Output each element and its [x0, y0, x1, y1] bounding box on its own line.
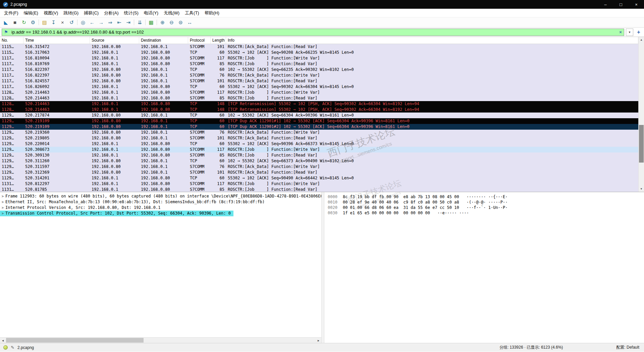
go-back-icon[interactable]: ←	[88, 18, 97, 27]
scrollbar-thumb[interactable]	[639, 125, 644, 163]
menu-item[interactable]: 电话(Y)	[141, 9, 161, 17]
filter-dropdown-icon[interactable]: ▾	[626, 29, 633, 36]
packet-row[interactable]: 1129…520.219360192.168.0.80192.168.0.1S7…	[0, 130, 638, 135]
packet-row[interactable]: 1131…520.81785192.168.0.1192.168.0.80S7C…	[0, 187, 638, 192]
expand-arrow-icon[interactable]: >	[0, 211, 5, 216]
autoscroll-icon[interactable]: ⇊	[135, 18, 144, 27]
colorize-icon[interactable]: ▦	[147, 18, 156, 27]
packet-row[interactable]: 1128…520.214463192.168.0.1192.168.0.80TC…	[0, 101, 638, 107]
menu-item[interactable]: 视图(V)	[41, 9, 61, 17]
packet-row[interactable]: 1129…520.219805192.168.0.80192.168.0.1S7…	[0, 135, 638, 141]
packet-row[interactable]: 1117…516.810094192.168.0.1192.168.0.80S7…	[0, 55, 638, 61]
menu-item[interactable]: 捕获(C)	[81, 9, 101, 17]
column-header-source[interactable]: Source	[90, 37, 139, 44]
go-forward-icon[interactable]: →	[97, 18, 106, 27]
packet-row[interactable]: 1129…520.219109192.168.0.80192.168.0.1TC…	[0, 118, 638, 124]
column-header-destination[interactable]: Destination	[139, 37, 188, 44]
packet-row[interactable]: 1129…520.311260192.168.0.80192.168.0.1TC…	[0, 158, 638, 164]
menu-item[interactable]: 分析(A)	[101, 9, 121, 17]
detail-line[interactable]: >Ethernet II, Src: MoxaTechnolo_ab:7b:13…	[0, 199, 267, 205]
vertical-scrollbar[interactable]: ▲ ▼	[638, 37, 644, 192]
column-header-length[interactable]: Length	[211, 37, 226, 44]
go-last-icon[interactable]: ⇥	[124, 18, 133, 27]
expert-info-icon[interactable]	[3, 345, 8, 350]
packet-row[interactable]: 1129…520.219109192.168.0.80192.168.0.1TC…	[0, 124, 638, 130]
expand-arrow-icon[interactable]: >	[0, 193, 5, 199]
capture-options-icon[interactable]: ⚙	[29, 18, 38, 27]
packet-row[interactable]: 1129…520.309130192.168.0.1192.168.0.80S7…	[0, 152, 638, 158]
menu-item[interactable]: 文件(F)	[1, 9, 21, 17]
close-file-icon[interactable]: ×	[58, 18, 67, 27]
column-header-info[interactable]: Info	[226, 37, 638, 44]
stop-capture-icon[interactable]: ■	[10, 18, 19, 27]
resize-columns-icon[interactable]: ↔	[185, 18, 194, 27]
packet-row[interactable]: 1128…520.214463192.168.0.1192.168.0.80TC…	[0, 107, 638, 113]
packet-row[interactable]: 1117…516.824557192.168.0.80192.168.0.1S7…	[0, 78, 638, 84]
packet-row[interactable]: 1128…520.214463192.168.0.1192.168.0.80S7…	[0, 90, 638, 95]
minimize-button[interactable]: –	[598, 0, 613, 9]
menu-item[interactable]: 编辑(E)	[21, 9, 41, 17]
packet-row[interactable]: 1117…516.822397192.168.0.80192.168.0.1S7…	[0, 73, 638, 78]
scroll-down-icon[interactable]: ▼	[639, 186, 644, 192]
packet-row[interactable]: 1129…520.217874192.168.0.80192.168.0.1TC…	[0, 113, 638, 118]
find-packet-icon[interactable]: ◎	[78, 18, 88, 27]
detail-line[interactable]: >Transmission Control Protocol, Src Port…	[0, 211, 233, 216]
scroll-up-icon[interactable]: ▲	[639, 37, 644, 43]
detail-line[interactable]: >Internet Protocol Version 4, Src: 192.1…	[0, 205, 163, 211]
zoom-in-icon[interactable]: ⊕	[158, 18, 167, 27]
column-header-protocol[interactable]: Protocol	[188, 37, 211, 44]
expand-arrow-icon[interactable]: >	[0, 205, 5, 211]
column-header-time[interactable]: Time	[23, 37, 90, 44]
packet-row[interactable]: 1115…516.315472192.168.0.80192.168.0.1S7…	[0, 44, 638, 50]
filter-expression[interactable]: ip.addr == 192.168.0.1 && ip.addr==192.1…	[10, 30, 617, 35]
scroll-right-icon[interactable]: ▸	[316, 338, 321, 343]
restart-capture-icon[interactable]: ↻	[19, 18, 29, 27]
menu-item[interactable]: 工具(T)	[182, 9, 202, 17]
packet-destination: 192.168.0.80	[139, 147, 188, 152]
scrollbar-thumb[interactable]	[6, 338, 144, 343]
packet-row[interactable]: 1129…520.220014192.168.0.1192.168.0.80TC…	[0, 141, 638, 147]
packet-row[interactable]: 1131…520.812297192.168.0.1192.168.0.80S7…	[0, 181, 638, 187]
save-file-icon[interactable]: ↧	[49, 18, 58, 27]
filter-add-button[interactable]: +	[635, 29, 642, 35]
packet-row[interactable]: 1129…520.312369192.168.0.80192.168.0.1S7…	[0, 170, 638, 175]
packet-no: 1115…	[0, 50, 23, 55]
edit-comment-icon[interactable]: ✎	[11, 345, 14, 350]
hex-row[interactable]: 00008c f3 19 bb df fb 00 90 e8 ab 7b 13 …	[328, 194, 644, 200]
packet-row[interactable]: 1129…520.308673192.168.0.1192.168.0.80S7…	[0, 147, 638, 152]
horizontal-scrollbar[interactable]: ◂ ▸	[0, 337, 321, 343]
start-capture-icon[interactable]: ◣	[1, 18, 10, 27]
maximize-button[interactable]: □	[613, 0, 629, 9]
menu-item[interactable]: 帮助(H)	[202, 9, 222, 17]
hex-row[interactable]: 002000 01 00 66 d8 06 60 ea 31 da 55 6e …	[328, 205, 644, 210]
packet-row[interactable]: 1115…516.317063192.168.0.1192.168.0.80TC…	[0, 50, 638, 55]
packet-row[interactable]: 1117…516.822397192.168.0.80192.168.0.1TC…	[0, 67, 638, 73]
status-profile[interactable]: 配置: Default	[616, 345, 639, 350]
go-first-icon[interactable]: ⇤	[115, 18, 124, 27]
packet-row[interactable]: 1129…520.314201192.168.0.1192.168.0.80TC…	[0, 175, 638, 181]
filter-clear-icon[interactable]: ×	[617, 30, 624, 35]
menu-item[interactable]: 无线(W)	[161, 9, 182, 17]
hex-row[interactable]: 00301f e1 65 e5 00 00 00 00 00 00 00 00·…	[328, 210, 644, 216]
scroll-left-icon[interactable]: ◂	[0, 338, 6, 343]
open-file-icon[interactable]: ▨	[40, 18, 49, 27]
expand-arrow-icon[interactable]: >	[0, 199, 5, 205]
filter-bookmark-icon[interactable]: ⚑	[2, 30, 10, 35]
packet-row[interactable]: 1129…520.311597192.168.0.80192.168.0.1S7…	[0, 164, 638, 170]
menu-item[interactable]: 跳转(G)	[61, 9, 81, 17]
packet-row[interactable]: 1117…516.810769192.168.0.1192.168.0.80S7…	[0, 61, 638, 67]
zoom-100-icon[interactable]: ⊜	[176, 18, 185, 27]
reload-icon[interactable]: ↺	[67, 18, 76, 27]
pane-splitter[interactable]	[321, 192, 324, 343]
zoom-out-icon[interactable]: ⊖	[167, 18, 176, 27]
display-filter-input[interactable]: ⚑ ip.addr == 192.168.0.1 && ip.addr==192…	[2, 29, 624, 36]
hex-row[interactable]: 001000 28 ef 9e 40 00 40 06 c9 8f c0 a8 …	[328, 200, 644, 205]
detail-line[interactable]: >Frame 112903: 60 bytes on wire (480 bit…	[0, 193, 321, 199]
column-header-no[interactable]: No.	[0, 37, 23, 44]
close-button[interactable]: ×	[629, 0, 644, 9]
packet-row[interactable]: 1128…520.214463192.168.0.1192.168.0.80S7…	[0, 95, 638, 101]
menu-item[interactable]: 统计(S)	[121, 9, 141, 17]
packet-source: 192.168.0.1	[90, 181, 139, 187]
packet-row[interactable]: 1117…516.826092192.168.0.1192.168.0.80TC…	[0, 84, 638, 90]
go-to-packet-icon[interactable]: ⇒	[106, 18, 115, 27]
